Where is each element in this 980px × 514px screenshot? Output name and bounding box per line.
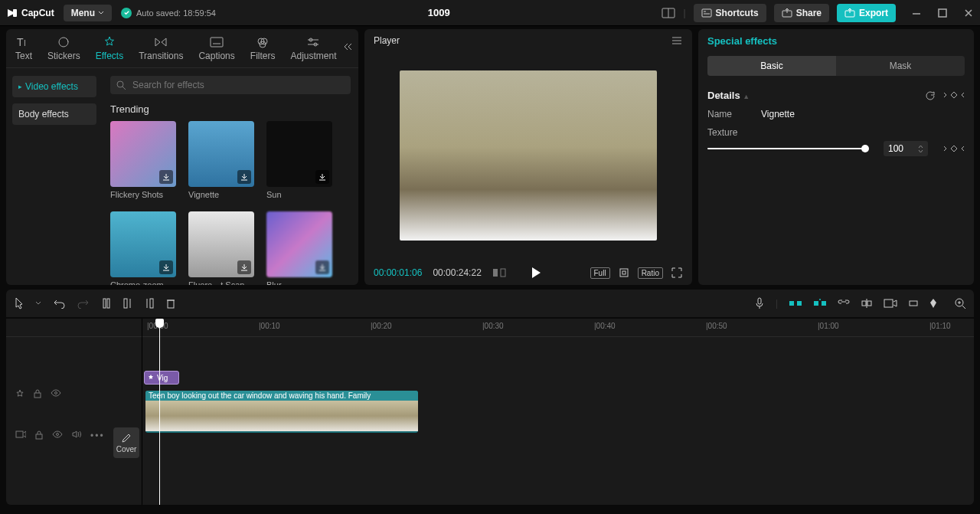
captions-icon <box>210 35 224 49</box>
clip-thumbnails <box>145 401 418 431</box>
tab-stickers[interactable]: Stickers <box>41 34 87 67</box>
lock-icon[interactable] <box>35 431 43 441</box>
keyframe-nav-icon[interactable] <box>943 144 965 153</box>
sidebar-item-video-effects[interactable]: ▸Video effects <box>12 76 96 97</box>
effect-chromo-zoom[interactable]: Chromo-zoom <box>110 211 176 285</box>
download-icon[interactable] <box>159 260 173 274</box>
link-icon[interactable] <box>838 299 850 308</box>
mic-icon[interactable] <box>754 297 765 309</box>
pointer-dropdown-icon[interactable] <box>35 300 41 306</box>
magnet-main-icon[interactable] <box>789 298 802 309</box>
more-icon[interactable]: ••• <box>90 431 105 441</box>
main-area: TIText Stickers Effects Transitions Capt… <box>0 26 980 288</box>
search-field[interactable] <box>132 80 345 90</box>
menu-button[interactable]: Menu <box>64 5 112 21</box>
layout-icon[interactable] <box>662 8 675 18</box>
download-icon[interactable] <box>237 170 251 184</box>
play-button[interactable] <box>531 267 541 279</box>
preview-render-icon[interactable] <box>884 299 897 308</box>
player-canvas[interactable] <box>372 51 684 260</box>
library-panel: TIText Stickers Effects Transitions Capt… <box>6 29 358 285</box>
eye-icon[interactable] <box>52 431 63 441</box>
speaker-icon[interactable] <box>72 431 81 441</box>
lock-icon[interactable] <box>34 389 41 398</box>
close-icon[interactable] <box>963 8 974 18</box>
stepper-icon[interactable] <box>918 145 923 153</box>
search-input[interactable] <box>110 76 351 94</box>
svg-line-23 <box>122 87 126 90</box>
svg-rect-31 <box>103 299 106 308</box>
marker-icon[interactable] <box>929 298 937 309</box>
delete-icon[interactable] <box>165 297 176 309</box>
segment-mask[interactable]: Mask <box>836 56 965 76</box>
collapse-icon[interactable] <box>341 41 354 52</box>
time-ruler[interactable]: |00:00 |00:10 |00:20 |00:30 |00:40 |00:5… <box>142 319 974 337</box>
split-icon[interactable] <box>101 297 112 309</box>
split-right-icon[interactable] <box>144 297 155 309</box>
tab-text[interactable]: TIText <box>9 34 38 67</box>
sidebar-item-body-effects[interactable]: Body effects <box>12 103 96 125</box>
project-title: 1009 <box>225 7 653 18</box>
texture-value-input[interactable]: 100 <box>884 141 928 156</box>
arrow-right-icon: ▸ <box>18 83 22 90</box>
auto-saved-status: Auto saved: 18:59:54 <box>121 8 216 18</box>
track-collapse-icon[interactable] <box>908 298 919 309</box>
name-label: Name <box>707 109 746 119</box>
effect-fluorescent-scan[interactable]: Fluore…t Scan <box>188 211 254 285</box>
compare-icon[interactable] <box>492 267 506 278</box>
export-button[interactable]: Export <box>837 4 896 22</box>
svg-rect-9 <box>939 9 946 17</box>
tab-effects[interactable]: Effects <box>90 34 129 67</box>
tab-transitions[interactable]: Transitions <box>132 34 189 67</box>
shortcuts-button[interactable]: Shortcuts <box>694 4 766 22</box>
svg-rect-30 <box>622 271 626 274</box>
fx-track-icon[interactable] <box>15 389 24 398</box>
minimize-icon[interactable] <box>911 8 922 18</box>
maximize-icon[interactable] <box>937 8 948 18</box>
svg-text:I: I <box>24 39 26 47</box>
undo-icon[interactable] <box>54 298 66 309</box>
texture-slider[interactable] <box>707 148 868 149</box>
cover-button[interactable]: Cover <box>113 427 139 458</box>
playhead[interactable] <box>159 319 160 505</box>
effect-flickery-shots[interactable]: Flickery Shots <box>110 121 176 199</box>
split-left-icon[interactable] <box>122 297 133 309</box>
video-clip[interactable]: Teen boy looking out the car window and … <box>145 391 418 433</box>
download-icon[interactable] <box>315 170 329 184</box>
search-icon <box>116 80 126 90</box>
download-icon[interactable] <box>315 260 329 274</box>
name-value: Vignette <box>761 109 795 119</box>
fullscreen-icon[interactable] <box>671 267 683 279</box>
tab-captions[interactable]: Captions <box>192 34 240 67</box>
zoom-timeline-icon[interactable] <box>954 297 966 309</box>
effect-vignette[interactable]: Vignette <box>188 121 254 199</box>
keyframe-nav-icon[interactable] <box>943 90 965 101</box>
effect-clip[interactable]: Vig <box>144 371 179 385</box>
effect-blur[interactable]: Blur <box>266 211 332 285</box>
ratio-button[interactable]: Ratio <box>638 267 663 279</box>
download-icon[interactable] <box>237 260 251 274</box>
svg-rect-29 <box>620 269 628 277</box>
align-icon[interactable] <box>861 298 873 309</box>
svg-rect-40 <box>789 301 794 306</box>
player-menu-icon[interactable] <box>671 36 683 45</box>
effects-sidebar: ▸Video effects Body effects <box>6 68 103 285</box>
svg-rect-43 <box>822 301 826 306</box>
redo-icon[interactable] <box>77 298 89 309</box>
tab-filters[interactable]: Filters <box>244 34 282 67</box>
download-icon[interactable] <box>159 170 173 184</box>
effect-sun[interactable]: Sun <box>266 121 332 199</box>
magnet-track-icon[interactable] <box>813 298 827 309</box>
svg-rect-54 <box>34 393 41 398</box>
pointer-tool-icon[interactable] <box>14 297 24 309</box>
properties-panel: Special effects Basic Mask Details ▲ Nam… <box>698 29 974 285</box>
video-track-icon[interactable] <box>15 431 26 441</box>
reset-icon[interactable] <box>925 90 936 101</box>
crop-icon[interactable] <box>618 267 630 279</box>
share-button[interactable]: Share <box>774 4 829 22</box>
tab-adjustment[interactable]: Adjustment <box>284 34 342 67</box>
full-button[interactable]: Full <box>590 267 610 279</box>
timeline-tracks[interactable]: |00:00 |00:10 |00:20 |00:30 |00:40 |00:5… <box>142 319 974 505</box>
segment-basic[interactable]: Basic <box>707 56 836 76</box>
eye-icon[interactable] <box>51 389 61 398</box>
